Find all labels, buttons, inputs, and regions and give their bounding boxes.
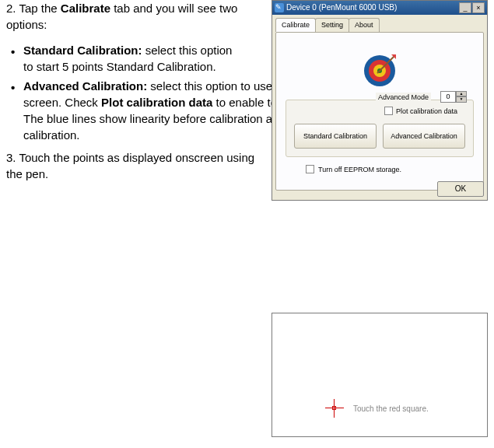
chevron-up-icon[interactable]: ▲ xyxy=(456,91,467,97)
ok-button[interactable]: OK xyxy=(437,181,484,197)
plot-calibration-label: Plot calibration data xyxy=(396,107,457,117)
plot-calibration-checkbox[interactable]: Plot calibration data xyxy=(384,107,457,117)
calibrate-dialog-screenshot: Device 0 (PenMount 6000 USB) _ × Calibra… xyxy=(272,0,488,201)
tab-about[interactable]: About xyxy=(349,18,380,32)
dialog-title: Device 0 (PenMount 6000 USB) xyxy=(275,2,397,13)
bullet-dot-icon: • xyxy=(11,44,15,60)
step-3-number: 3. xyxy=(6,151,16,164)
pen-icon xyxy=(275,3,284,12)
eeprom-label: Turn off EEPROM storage. xyxy=(318,165,401,175)
bullet-standard-text: Standard Calibration: select this option… xyxy=(23,42,240,75)
spinner-arrows[interactable]: ▲ ▼ xyxy=(456,91,467,103)
advanced-calibration-button[interactable]: Advanced Calibration xyxy=(383,124,465,149)
step-2-text: Tap the Calibrate tab and you will see t… xyxy=(6,2,237,31)
tab-setting[interactable]: Setting xyxy=(315,18,349,32)
tab-strip: Calibrate Setting About xyxy=(272,15,487,32)
chevron-down-icon[interactable]: ▼ xyxy=(456,96,467,103)
step-2-number: 2. xyxy=(6,2,16,15)
calibration-group: Advanced Mode 0 ▲ ▼ Plot calibration dat… xyxy=(286,100,474,157)
touch-instruction-text: Touch the red square. xyxy=(353,404,429,415)
close-button[interactable]: × xyxy=(472,2,485,13)
touch-screen-screenshot: Touch the red square. xyxy=(272,313,488,437)
step-2: 2. Tap the Calibrate tab and you will se… xyxy=(6,0,240,33)
step-3-text: Touch the points as displayed onscreen u… xyxy=(6,151,254,180)
bullet-standard: • Standard Calibration: select this opti… xyxy=(6,42,240,75)
tab-calibrate[interactable]: Calibrate xyxy=(275,18,316,32)
checkbox-icon[interactable] xyxy=(384,107,393,115)
tab-panel: Advanced Mode 0 ▲ ▼ Plot calibration dat… xyxy=(275,32,484,191)
bullet-dot-icon: • xyxy=(11,79,15,96)
window-buttons: _ × xyxy=(459,2,485,13)
crosshair-center-icon xyxy=(332,406,336,410)
standard-calibration-button[interactable]: Standard Calibration xyxy=(294,124,377,149)
advanced-mode-label: Advanced Mode xyxy=(376,93,431,103)
checkbox-icon[interactable] xyxy=(306,165,314,173)
eeprom-checkbox[interactable]: Turn off EEPROM storage. xyxy=(306,165,401,175)
advanced-mode-value[interactable]: 0 xyxy=(440,91,456,103)
minimize-button[interactable]: _ xyxy=(459,2,471,13)
step-3: 3. Touch the points as displayed onscree… xyxy=(6,149,271,182)
dialog-button-row: OK xyxy=(437,181,484,197)
dialog-titlebar: Device 0 (PenMount 6000 USB) _ × xyxy=(272,1,487,15)
target-logo-icon xyxy=(362,53,398,89)
crosshair-icon xyxy=(325,399,344,418)
advanced-mode-spinner[interactable]: 0 ▲ ▼ xyxy=(440,91,467,103)
